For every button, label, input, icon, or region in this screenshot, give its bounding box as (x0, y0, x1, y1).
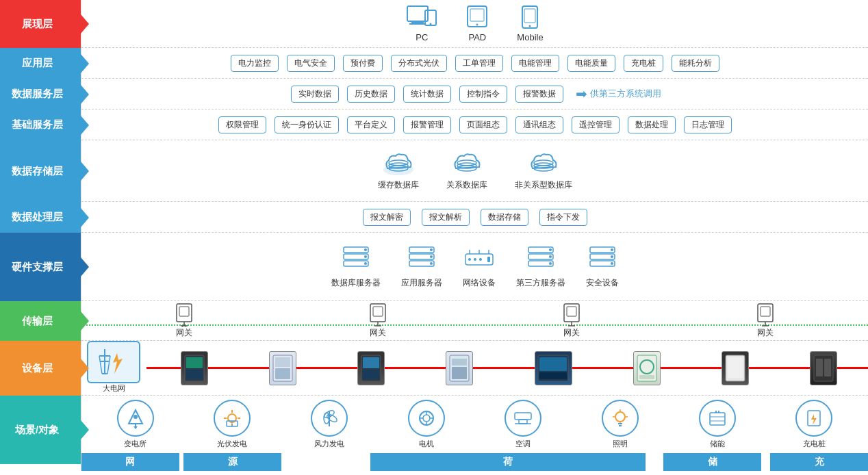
lighting-circle (602, 400, 639, 437)
ac-label: 空调 (515, 439, 531, 449)
ds-item-0: 实时数据 (291, 86, 339, 103)
svg-point-9 (529, 25, 531, 27)
svg-rect-2 (409, 23, 426, 25)
svg-point-127 (615, 412, 625, 422)
hw-3rd-server-icon (526, 244, 556, 274)
meter-0 (181, 351, 208, 385)
svg-rect-125 (519, 420, 527, 424)
svg-line-76 (107, 356, 110, 374)
hw-db-server-label: 数据库服务器 (331, 277, 381, 289)
svg-marker-140 (811, 414, 817, 425)
pc-item: PC (406, 5, 437, 42)
svg-rect-93 (539, 372, 567, 379)
hw-security-icon (587, 244, 617, 274)
bs-item-4: 页面组态 (459, 116, 507, 133)
bar-charge: 充 (770, 453, 868, 471)
svg-rect-1 (411, 21, 424, 23)
substation-label: 变电所 (124, 439, 146, 449)
hw-app-server-icon (407, 244, 437, 274)
bar-load: 荷 (370, 453, 646, 471)
db-cache: 缓存数据库 (378, 151, 419, 191)
bottom-bars: 网 源 荷 储 (81, 453, 868, 471)
left-labels: 展现层 应用层 数据服务层 基础服务层 数据存储层 数据处理层 硬件支撑层 传输… (0, 0, 81, 471)
svg-rect-55 (179, 307, 189, 316)
arrow-icon: ➡ (576, 86, 587, 102)
bs-item-3: 报警管理 (403, 116, 451, 133)
svg-point-46 (549, 255, 552, 258)
bs-item-0: 权限管理 (218, 116, 266, 133)
hw-network: 网络设备 (463, 244, 496, 289)
motor-label: 电机 (419, 439, 434, 449)
meter-svg-0 (184, 355, 205, 382)
bar-gap-4 (761, 453, 770, 471)
wind-icon (318, 407, 340, 429)
cloud-db-icon-0 (381, 151, 416, 177)
svg-rect-38 (487, 257, 490, 262)
label-transport: 传输层 (0, 301, 81, 341)
data-service-row: 实时数据 历史数据 统计数据 控制指令 报警数据 ➡ 供第三方系统调用 (81, 79, 868, 110)
ds-item-4: 报警数据 (515, 86, 563, 103)
main-layout: 展现层 应用层 数据服务层 基础服务层 数据存储层 数据处理层 硬件支撑层 传输… (0, 0, 868, 471)
solar-label: 光伏发电 (217, 439, 247, 449)
svg-rect-7 (470, 9, 484, 21)
meter-svg-6 (725, 355, 745, 382)
scene-row: 变电所 光伏发电 (81, 396, 868, 471)
svg-point-51 (611, 248, 613, 251)
meter-7 (810, 351, 837, 385)
app-item-6: 电能质量 (567, 55, 615, 72)
hw-3rd-server-label: 第三方服务器 (516, 277, 565, 289)
svg-point-119 (423, 415, 430, 422)
svg-rect-92 (539, 357, 567, 371)
presentation-row: PC PAD (81, 0, 868, 48)
pc-icon (406, 5, 437, 29)
svg-rect-89 (452, 359, 467, 365)
svg-point-33 (430, 262, 433, 265)
svg-rect-69 (761, 307, 770, 316)
svg-rect-86 (363, 357, 379, 368)
svg-rect-61 (373, 307, 383, 316)
label-presentation: 展现层 (0, 0, 81, 48)
big-grid-label: 大电网 (103, 383, 125, 394)
label-application: 应用层 (0, 48, 81, 79)
svg-rect-134 (710, 413, 725, 425)
svg-point-52 (611, 255, 613, 258)
bar-storage: 储 (663, 453, 761, 471)
svg-point-47 (549, 262, 552, 265)
wind-circle (311, 400, 348, 437)
ds-item-1: 历史数据 (347, 86, 395, 103)
meter-svg-5 (637, 355, 657, 382)
bs-item-5: 通讯组态 (515, 116, 563, 133)
meter-5 (633, 351, 661, 385)
storage-label: 储能 (710, 439, 725, 449)
gateway-0: 网关 (174, 303, 194, 339)
svg-rect-80 (186, 357, 203, 368)
scene-icons-row: 变电所 光伏发电 (81, 396, 868, 453)
meter-devices (150, 341, 868, 395)
bar-net: 网 (81, 453, 179, 471)
hw-app-server-label: 应用服务器 (401, 277, 442, 289)
meter-svg-2 (361, 355, 381, 382)
ac-circle (505, 400, 541, 437)
data-service-content: 实时数据 历史数据 统计数据 控制指令 报警数据 ➡ 供第三方系统调用 (81, 79, 868, 109)
scene-ac: 空调 (505, 400, 541, 449)
substation-circle (117, 400, 154, 437)
svg-rect-81 (186, 370, 203, 379)
data-processing-content: 报文解密 报文解析 数据存储 指令下发 (81, 202, 868, 232)
svg-marker-105 (133, 426, 138, 429)
db-nosql-label: 非关系型数据库 (515, 179, 572, 191)
pad-item: PAD (465, 5, 489, 42)
ds-item-2: 统计数据 (403, 86, 451, 103)
svg-rect-124 (515, 413, 531, 420)
svg-line-75 (99, 356, 102, 374)
label-scene: 场景/对象 (0, 396, 81, 464)
application-content: 电力监控 电气安全 预付费 分布式光伏 工单管理 电能管理 电能质量 充电桩 能… (81, 48, 868, 78)
gateway-label-3: 网关 (757, 327, 774, 339)
svg-rect-11 (524, 9, 535, 23)
basic-service-content: 权限管理 统一身份认证 平台定义 报警管理 页面组态 通讯组态 遥控管理 数据处… (81, 110, 868, 140)
gateway-icon-2 (561, 303, 582, 327)
gateway-icon-1 (368, 303, 388, 327)
svg-point-117 (328, 415, 331, 418)
gateway-icon-3 (755, 303, 776, 327)
meter-2 (357, 351, 385, 385)
db-cache-label: 缓存数据库 (378, 179, 419, 191)
